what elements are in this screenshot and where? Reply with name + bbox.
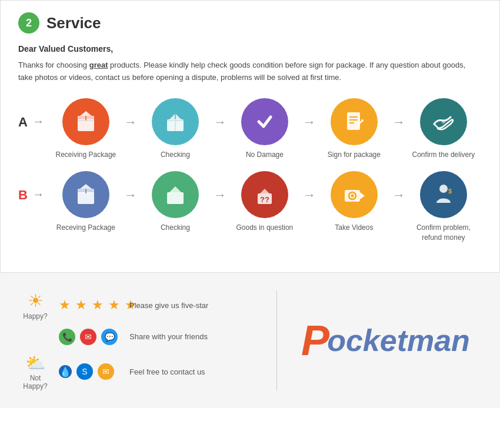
happy-row: ☀ Happy? ★ ★ ★ ★ ★ Please give us five-s… [18, 290, 265, 320]
logo-rest: ocketman [327, 325, 470, 356]
arrow-a3-a4: → [303, 115, 316, 130]
share-row: 📞 ✉ 💬 Share with your friends [18, 329, 265, 345]
svg-rect-10 [347, 112, 360, 130]
top-section: 2 Service Dear Valued Customers, Thanks … [0, 0, 500, 273]
bottom-right: P ocketman [289, 290, 482, 390]
arrow-a2-a3: → [214, 115, 226, 130]
row-b-start-arrow: → [32, 188, 44, 201]
label-b4: Take Videos [335, 223, 373, 233]
icon-a3 [241, 98, 288, 145]
water-drop-icon: 💧 [59, 365, 72, 378]
svg-rect-0 [78, 119, 94, 131]
row-b-items: Receving Package → Checking → [48, 171, 482, 243]
flow-item-a3: No Damage [226, 98, 303, 160]
cloud-rain-icon: ⛅ [18, 353, 53, 373]
icon-a4 [331, 98, 378, 145]
icon-a1 [62, 98, 109, 145]
dear-text: Dear Valued Customers, [18, 44, 482, 54]
not-happy-icon-cell: ⛅ Not Happy? [18, 353, 53, 390]
row-b: B → Receving Package → [18, 171, 482, 243]
letter-icon: ✉ [98, 363, 114, 380]
contact-label: Feel free to contact us [129, 367, 265, 376]
logo-p: P [301, 319, 329, 362]
icon-b5: $ $ [420, 171, 467, 218]
icon-b4 [331, 171, 378, 218]
svg-point-28 [351, 195, 354, 198]
row-a: A → Receiving Package → [18, 98, 482, 160]
pocketman-logo: P ocketman [301, 319, 470, 362]
arrow-a1-a2: → [124, 115, 137, 130]
flow-item-a1: Receiving Package [48, 98, 124, 160]
happy-label: Happy? [18, 312, 53, 320]
label-a2: Checking [161, 150, 190, 160]
label-b1: Receving Package [56, 223, 115, 233]
label-a4: Sign for package [328, 150, 381, 160]
contact-icons: 💧 S ✉ [59, 363, 124, 380]
star-icons: ★ ★ ★ ★ ★ [59, 297, 124, 313]
share-icons: 📞 ✉ 💬 [59, 329, 124, 345]
label-a1: Receiving Package [56, 150, 116, 160]
five-star-label: Please give us five-star [129, 301, 265, 310]
label-b3: Goods in question [236, 223, 294, 233]
share-label: Share with your friends [129, 332, 265, 341]
star-3: ★ [92, 297, 104, 313]
svg-rect-29 [356, 192, 358, 194]
svg-point-31 [439, 185, 448, 193]
label-a3: No Damage [246, 150, 284, 160]
svg-marker-24 [260, 189, 269, 193]
arrow-b3-b4: → [303, 188, 316, 203]
not-happy-row: ⛅ Not Happy? 💧 S ✉ Feel free to contact … [18, 353, 265, 390]
bottom-section: ☀ Happy? ★ ★ ★ ★ ★ Please give us five-s… [0, 273, 500, 408]
chat-icon: 💬 [101, 329, 118, 345]
flow-item-b5: $ $ Confirm problem,refund money [405, 171, 482, 243]
svg-text:$: $ [435, 195, 439, 202]
arrow-b1-b2: → [124, 188, 137, 203]
flow-item-b4: Take Videos [316, 171, 392, 233]
svg-marker-20 [80, 184, 92, 189]
not-happy-label: Not Happy? [18, 374, 53, 390]
flow-item-a5: Confirm the delivery [405, 98, 482, 160]
happy-icon-cell: ☀ Happy? [18, 290, 53, 320]
skype-icon: S [76, 363, 93, 380]
header-row: 2 Service [18, 12, 482, 34]
svg-text:$: $ [448, 188, 452, 195]
icon-b3: ?? [241, 171, 288, 218]
divider [276, 290, 277, 390]
flow-item-a2: Checking [137, 98, 214, 160]
section-title: Service [46, 14, 101, 32]
row-a-items: Receiving Package → Checking → [48, 98, 482, 160]
flow-item-b1: Receving Package [48, 171, 124, 233]
icon-a5 [420, 98, 467, 145]
icon-b1 [62, 171, 109, 218]
svg-rect-17 [78, 192, 94, 204]
svg-text:??: ?? [260, 195, 269, 204]
bottom-left: ☀ Happy? ★ ★ ★ ★ ★ Please give us five-s… [18, 290, 265, 390]
arrow-b2-b3: → [214, 188, 226, 203]
svg-point-16 [442, 120, 445, 123]
section-number: 2 [18, 12, 39, 34]
star-4: ★ [108, 297, 120, 313]
icon-a2 [152, 98, 199, 145]
phone-icon: 📞 [59, 329, 75, 345]
arrow-a4-a5: → [392, 115, 405, 130]
svg-marker-3 [80, 111, 92, 116]
svg-marker-22 [169, 186, 181, 192]
svg-rect-21 [167, 192, 184, 204]
flow-item-b2: Checking [137, 171, 214, 233]
arrow-b4-b5: → [392, 188, 405, 203]
svg-marker-30 [360, 192, 365, 199]
row-b-label: B [18, 188, 28, 203]
label-a5: Confirm the delivery [412, 150, 475, 160]
desc-text: Thanks for choosing great products. Plea… [18, 59, 482, 84]
label-b2: Checking [161, 223, 190, 233]
svg-point-15 [361, 119, 364, 122]
sun-icon: ☀ [18, 290, 53, 311]
label-b5: Confirm problem,refund money [416, 223, 471, 243]
row-a-label: A [18, 115, 28, 130]
flow-item-b3: ?? Goods in question [226, 171, 303, 233]
row-a-start-arrow: → [32, 115, 44, 128]
star-2: ★ [75, 297, 87, 313]
star-1: ★ [59, 297, 71, 313]
email-icon: ✉ [80, 329, 96, 345]
flow-item-a4: Sign for package [316, 98, 392, 160]
